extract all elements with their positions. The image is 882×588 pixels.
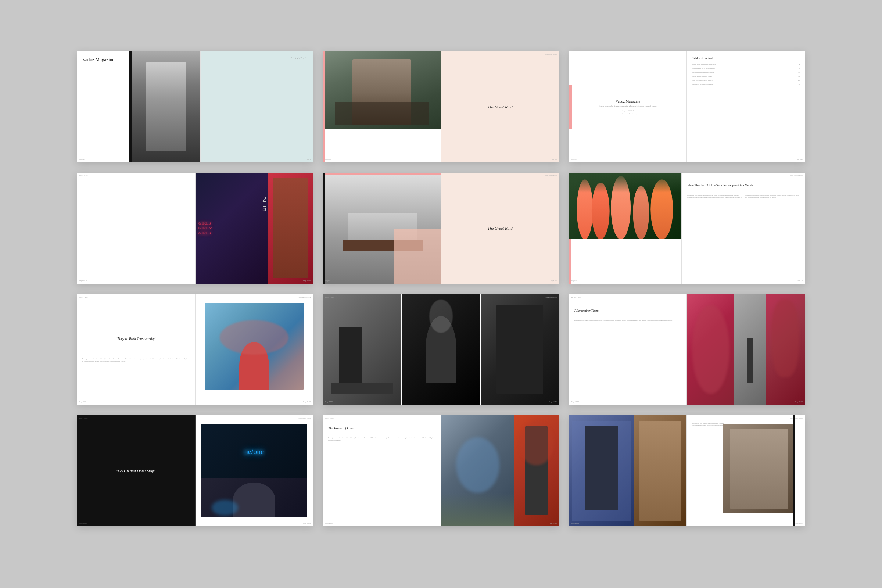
spread-1-right: Photography Magazine Page 3: [201, 51, 313, 162]
spread-6-left: POST PAGE Page 5/6: [569, 173, 682, 284]
section-label-right: URBAN SECTION: [298, 296, 310, 298]
page-num: Page 6/8: [572, 158, 578, 160]
section-label-right: URBAN SECTION: [790, 417, 802, 419]
toc-item-1: Lorem ipsum dolor sit amet consectetur 4: [692, 63, 800, 66]
table-of-contents: Tables of content Lorem ipsum dolor sit …: [692, 57, 800, 87]
mag-center-info: Vaduz Magazine Lorem ipsum dolor sit ame…: [599, 99, 657, 115]
page-num: Page 19/20: [795, 401, 802, 403]
neon-sign-photo: ne/one: [201, 424, 307, 480]
magazine-tagline: Lorem ipsum dolor sit amet consectetur a…: [599, 105, 657, 108]
article-title: The Great Raid: [488, 226, 513, 230]
spread-4-right: URBAN SECTION GIRLS· GIRLS· GIRLS· 25 Pa…: [195, 173, 313, 284]
spread-3: Vaduz Magazine Lorem ipsum dolor sit ame…: [569, 51, 805, 162]
page-num: Page 31/32: [795, 522, 802, 524]
blue-silhouette-photo: [569, 415, 634, 526]
article-quote: "They're Both Trustworthy": [89, 336, 183, 340]
article-title: I Remember Them: [574, 309, 598, 312]
toc-label: Quis nostrud exercitation ullamco: [692, 80, 712, 81]
page-num: Page 11/12: [303, 401, 310, 403]
article-body: Lorem ipsum dolor sit amet consectetur a…: [687, 195, 800, 199]
spread-10-right: URBAN SECTION Page 19/20: [687, 294, 805, 405]
toc-label: Aliqua ut enim ad minim veniam: [692, 75, 712, 77]
toc-heading: Tables of content: [692, 57, 800, 60]
page-number-right: Page 5/6: [551, 158, 557, 160]
neon-numbers: 25: [262, 195, 266, 212]
bench: [331, 383, 393, 394]
person-silhouette-3: [496, 305, 543, 394]
person-photo: [132, 51, 200, 162]
spread-6: POST PAGE Page 5/6 URBAN SECTION More Th…: [569, 173, 805, 284]
toc-page: 8: [799, 67, 800, 69]
article-body: Lorem ipsum dolor sit amet consectetur a…: [574, 320, 682, 322]
smoke-photo-1: [323, 294, 401, 405]
landscape-photo: [734, 294, 765, 405]
toc-page: 16: [798, 75, 800, 77]
smoke-ocean-photo: [205, 303, 303, 390]
toc-page: 20: [798, 80, 800, 81]
article-title: More Than Half Of The Searches Happens O…: [687, 184, 800, 188]
smoke-overlay: [519, 421, 554, 465]
spread-13-left: POST PAGE The Power of Love Lorem ipsum …: [323, 415, 441, 526]
blue-overlay: [572, 421, 630, 521]
section-label-right: URBAN SECTION: [544, 54, 557, 56]
flamingo-photo: [569, 173, 682, 239]
spread-3-right: Tables of content Lorem ipsum dolor sit …: [687, 51, 805, 162]
page-num-right: Page 15/16: [549, 401, 556, 403]
spread-2-right: URBAN SECTION The Great Raid Page 5/6: [441, 51, 559, 162]
page-num: Page 1/2: [325, 280, 331, 282]
spread-2: POST PAGE Page 3/4 URBAN SECTION The Gre…: [323, 51, 559, 162]
pink-accent-top: [323, 51, 325, 162]
girls-neon-photo: GIRLS· GIRLS· GIRLS· 25: [195, 173, 268, 284]
smoke-cloud: [220, 320, 289, 355]
spread-6-right: URBAN SECTION More Than Half Of The Sear…: [682, 173, 805, 284]
smoke-images-row: [687, 294, 805, 405]
spread-10-left: ADVER PAGE I Remember Them Lorem ipsum d…: [569, 294, 687, 405]
page-num: Page 7/8: [797, 280, 802, 282]
section-label-right: URBAN SECTION: [298, 417, 310, 419]
issue-note: Lorem ipsum dolor sit tempor: [599, 113, 657, 115]
spread-5-right: URBAN SECTION The Great Raid Page 3/4: [441, 173, 559, 284]
page-num: Page 9/10: [80, 401, 86, 403]
neon-glow: [212, 500, 238, 515]
portrait-photo-right: [723, 424, 795, 513]
section-label: POST PAGE: [80, 175, 88, 177]
portrait-warm: [639, 421, 681, 521]
landscape-smoke-photo: [441, 415, 514, 526]
page-num: Page 5/6: [572, 280, 578, 282]
person-neon-photo: [201, 478, 307, 518]
article-body: Lorem ipsum dolor sit amet consectetur a…: [328, 437, 435, 441]
spread-13: POST PAGE The Power of Love Lorem ipsum …: [323, 415, 559, 526]
spread-10: ADVER PAGE I Remember Them Lorem ipsum d…: [569, 294, 805, 405]
smoke-puff-1: [429, 300, 453, 333]
spread-14: ADVER PAGE Page 29/30 URBAN SECTION Lore…: [569, 415, 805, 526]
toc-label: Laboris nisi ut aliquip ex commodo: [692, 83, 713, 85]
spread-14-right: URBAN SECTION Lorem ipsum dolor sit amet…: [687, 415, 805, 526]
red-portrait-photo: [268, 173, 313, 284]
spread-4-left: POST PAGE Page 10/12: [77, 173, 195, 284]
spread-11-right: URBAN SECTION ne/one Page 23/24: [195, 415, 313, 526]
spread-7: POST PAGE "They're Both Trustworthy" Lor…: [77, 294, 313, 405]
spread-2-left: POST PAGE Page 3/4: [323, 51, 441, 162]
spread-4: POST PAGE Page 10/12 URBAN SECTION GIRLS…: [77, 173, 313, 284]
black-right-bar: [794, 415, 795, 526]
toc-item-5: Quis nostrud exercitation ullamco 20: [692, 80, 800, 82]
toc-page: 24: [798, 83, 800, 85]
spread-11: POST PAGE "Go Up and Don't Stop" Page 21…: [77, 415, 313, 526]
portrait-silhouette: [273, 178, 308, 278]
neon-text: ne/one: [244, 448, 264, 456]
spread-3-left: Vaduz Magazine Lorem ipsum dolor sit ame…: [569, 51, 687, 162]
bench-person: [339, 327, 362, 383]
spread-1-left: Vaduz Magazine Page 1/2: [77, 51, 200, 162]
section-label: POST PAGE: [325, 296, 334, 298]
red-smoke-person-photo: [514, 415, 559, 526]
page-num: Page 13/14: [303, 280, 310, 282]
toc-item-3: Incididunt ut labore et dolore magna 12: [692, 71, 800, 74]
girls-text-1: GIRLS·: [198, 221, 266, 226]
issue-date: August 01 2017: [599, 110, 657, 112]
spread-5-left: POST PAGE Page 1/2: [323, 173, 441, 284]
red-smoke-photo-2: [765, 294, 805, 405]
page-number-left: Page 1/2: [80, 158, 85, 160]
spread-7-right: URBAN SECTION Page 11/12: [195, 294, 313, 405]
section-label-right: URBAN SECTION: [544, 175, 557, 177]
blue-smoke: [456, 437, 500, 493]
